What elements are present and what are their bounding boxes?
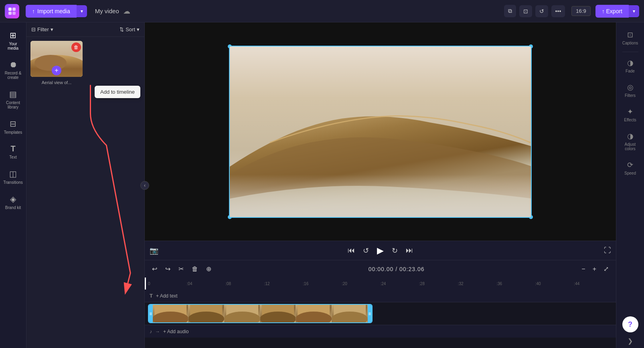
add-to-timeline-tooltip: Add to timeline	[95, 86, 140, 98]
right-sidebar-divider	[622, 52, 638, 52]
timeline-toolbar: ↩ ↪ ✂ 🗑 ⊕ 00:00.00 / 00:23.06 − + ⤢	[145, 260, 616, 278]
sidebar-item-content-library[interactable]: ▤ Content library	[1, 85, 25, 113]
undo-button[interactable]: ↩	[150, 264, 160, 274]
right-sidebar-item-captions[interactable]: ⊡ Captions	[618, 26, 643, 49]
ruler-mark: :32	[458, 282, 497, 286]
video-canvas	[229, 46, 532, 218]
filter-button[interactable]: ⊟ Filter ▾	[31, 26, 53, 32]
transitions-icon: ◫	[9, 169, 17, 179]
topbar: ↑ Import media ▾ My video ☁ ⧉ ⊡ ↺ ••• 16…	[0, 0, 644, 22]
adjust-colors-icon: ◑	[627, 132, 634, 141]
filter-chevron-icon: ▾	[51, 26, 53, 32]
media-grid: 🗑 + Aerial view of... Add to timeline	[26, 37, 144, 348]
ruler-mark: :28	[419, 282, 458, 286]
svg-rect-1	[12, 8, 16, 11]
clip-thumb-3	[225, 305, 260, 322]
previous-frame-button[interactable]: ⏮	[348, 246, 355, 255]
audio-track-icon: ♪	[150, 329, 152, 334]
sort-button[interactable]: ⇅ Sort ▾	[119, 26, 140, 32]
media-toolbar: ⊟ Filter ▾ ⇅ Sort ▾	[26, 22, 144, 37]
cut-button[interactable]: ✂	[176, 264, 186, 274]
export-dropdown-button[interactable]: ▾	[629, 5, 639, 17]
ruler-mark: :08	[225, 282, 264, 286]
clip-thumbnails	[153, 305, 368, 322]
clip-handle-left[interactable]: ⏸	[149, 305, 153, 322]
video-track: ⏸	[145, 302, 616, 325]
ruler-marks: 0 :04 :08 :12 :16 :20 :24 :28 :32 :36 :4…	[148, 282, 613, 286]
redo-button[interactable]: ↪	[163, 264, 173, 274]
clip-thumb-6	[332, 305, 368, 322]
video-clip[interactable]: ⏸	[148, 304, 373, 323]
media-panel: ⊟ Filter ▾ ⇅ Sort ▾	[26, 22, 145, 348]
video-preview	[145, 22, 616, 241]
arrow-icon: →	[155, 329, 160, 334]
import-media-button[interactable]: ↑ Import media	[26, 5, 77, 18]
ruler-mark: :12	[264, 282, 303, 286]
import-icon: ↑	[32, 8, 35, 14]
svg-rect-0	[8, 8, 12, 11]
add-to-timeline-thumb-button[interactable]: +	[52, 66, 61, 75]
clip-thumb-1	[153, 305, 188, 322]
timeline-ruler: 0 :04 :08 :12 :16 :20 :24 :28 :32 :36 :4…	[145, 278, 616, 290]
main-area: ⊞ Your media ⏺ Record & create ▤ Content…	[0, 22, 644, 348]
your-media-icon: ⊞	[10, 30, 16, 40]
right-sidebar-item-effects[interactable]: ✦ Effects	[618, 103, 643, 126]
sidebar-item-record-create[interactable]: ⏺ Record & create	[1, 56, 25, 84]
forward-button[interactable]: ↻	[392, 246, 398, 255]
rotate-tool-button[interactable]: ↺	[535, 5, 548, 17]
collapse-right-panel-button[interactable]: ❯	[628, 337, 633, 345]
text-icon: T	[10, 144, 15, 153]
effects-icon: ✦	[627, 107, 633, 116]
right-sidebar-item-adjust-colors[interactable]: ◑ Adjust colors	[618, 128, 643, 155]
sidebar-item-text[interactable]: T Text	[1, 140, 25, 163]
right-sidebar-item-filters[interactable]: ◎ Filters	[618, 79, 643, 102]
delete-media-button[interactable]: 🗑	[71, 42, 81, 52]
center-area: 📷 ⏮ ↺ ▶ ↻ ⏭ ⛶ ↩ ↪ ✂ 🗑 ⊕ 00:00.00 / 00:23…	[145, 22, 616, 348]
clip-handle-right[interactable]: ⏸	[368, 305, 372, 322]
add-clip-button[interactable]: ⊕	[204, 264, 214, 274]
sidebar-item-brand-kit[interactable]: ◈ Brand kit	[1, 190, 25, 214]
sidebar-item-templates[interactable]: ⊟ Templates	[1, 115, 25, 139]
export-button[interactable]: ↑ Export	[595, 5, 629, 18]
fullscreen-button[interactable]: ⛶	[604, 246, 611, 255]
svg-rect-3	[12, 12, 16, 15]
add-audio-button[interactable]: + Add audio	[163, 329, 189, 334]
more-tools-button[interactable]: •••	[551, 5, 565, 17]
playback-controls: 📷 ⏮ ↺ ▶ ↻ ⏭ ⛶	[145, 241, 616, 260]
video-frame	[230, 46, 531, 217]
filter-icon: ⊟	[31, 26, 36, 32]
zoom-out-button[interactable]: −	[579, 264, 587, 274]
rewind-button[interactable]: ↺	[363, 246, 369, 255]
camera-screenshot-button[interactable]: 📷	[150, 246, 158, 255]
cloud-icon: ☁	[123, 7, 130, 16]
text-track-icon: T	[150, 293, 153, 299]
zoom-in-button[interactable]: +	[590, 264, 599, 274]
timeline-tracks: T + Add text ⏸	[145, 290, 616, 348]
delete-clip-button[interactable]: 🗑	[189, 264, 200, 274]
sidebar-item-transitions[interactable]: ◫ Transitions	[1, 165, 25, 189]
ruler-mark: :44	[574, 282, 613, 286]
ruler-mark: 0	[148, 282, 187, 286]
zoom-fit-button[interactable]: ⤢	[601, 264, 611, 274]
clip-thumb-4	[260, 305, 296, 322]
layout-tool-button[interactable]: ⊡	[519, 5, 532, 17]
captions-icon: ⊡	[627, 30, 633, 39]
import-dropdown-button[interactable]: ▾	[77, 5, 87, 17]
timeline-zoom-controls: − + ⤢	[579, 264, 611, 274]
right-sidebar-item-fade[interactable]: ◑ Fade	[618, 54, 643, 77]
sidebar-item-your-media[interactable]: ⊞ Your media	[1, 26, 25, 54]
collapse-panel-button[interactable]: ‹	[140, 181, 149, 190]
add-text-button[interactable]: + Add text	[156, 293, 178, 299]
playhead-indicator	[145, 278, 146, 290]
next-frame-button[interactable]: ⏭	[406, 246, 413, 255]
ruler-mark: :40	[535, 282, 574, 286]
sort-chevron-icon: ▾	[137, 26, 140, 32]
crop-tool-button[interactable]: ⧉	[504, 5, 516, 17]
play-pause-button[interactable]: ▶	[377, 245, 384, 256]
ruler-mark: :20	[342, 282, 381, 286]
right-sidebar-item-speed[interactable]: ⟳ Speed	[618, 157, 643, 179]
filters-icon: ◎	[627, 83, 634, 92]
help-button[interactable]: ?	[622, 316, 638, 332]
sort-icon: ⇅	[119, 26, 124, 32]
media-thumbnail[interactable]: 🗑 +	[30, 41, 83, 77]
